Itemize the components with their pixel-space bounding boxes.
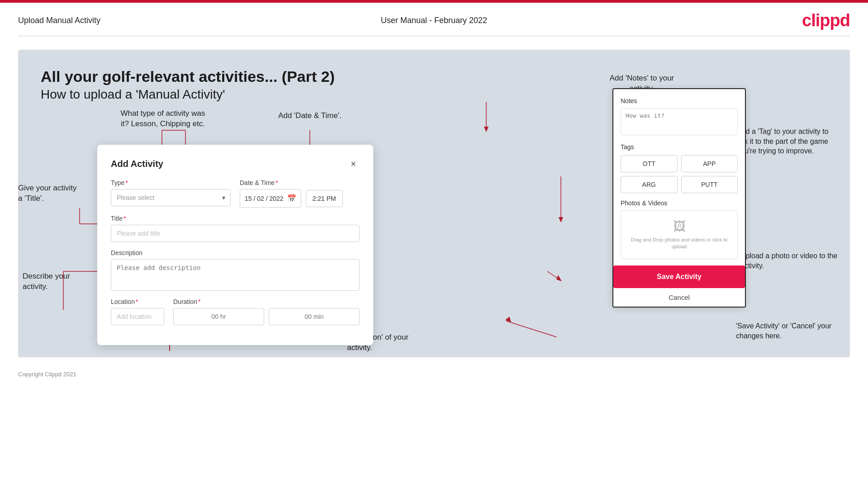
title-group: Title* xyxy=(111,215,360,242)
duration-inputs xyxy=(173,308,360,325)
svg-line-26 xyxy=(507,321,556,337)
save-activity-button[interactable]: Save Activity xyxy=(613,265,745,288)
user-manual-label: User Manual - February 2022 xyxy=(381,16,487,25)
tag-putt[interactable]: PUTT xyxy=(681,176,738,193)
svg-line-24 xyxy=(547,271,561,280)
callout-save: 'Save Activity' or 'Cancel' your changes… xyxy=(736,321,844,341)
photo-upload-area[interactable]: 🖼 Drag and Drop photos and videos or cli… xyxy=(621,210,738,259)
tag-app[interactable]: APP xyxy=(681,155,738,172)
location-duration-row: Location* Duration* xyxy=(111,298,360,325)
page-title: All your golf-relevant activities... (Pa… xyxy=(41,68,827,85)
photos-section-label: Photos & Videos xyxy=(621,199,738,207)
copyright-text: Copyright Clippd 2021 xyxy=(18,371,76,378)
date-input[interactable]: 15 / 02 / 2022 📅 xyxy=(240,189,301,208)
duration-hr-input[interactable] xyxy=(173,308,264,325)
title-label: Title* xyxy=(111,215,360,222)
date-value: 15 / 02 / 2022 xyxy=(245,195,284,202)
svg-marker-23 xyxy=(559,217,563,223)
header-divider xyxy=(18,36,850,36)
location-group: Location* xyxy=(111,298,164,325)
photo-upload-text: Drag and Drop photos and videos or click… xyxy=(629,237,729,251)
svg-marker-21 xyxy=(484,127,489,132)
phone-panel: Notes Tags OTT APP ARG PUTT Photos & Vid… xyxy=(612,88,746,308)
type-group: Type* Please select ▾ xyxy=(111,179,231,208)
main-content: All your golf-relevant activities... (Pa… xyxy=(18,50,850,357)
svg-marker-27 xyxy=(505,317,511,322)
type-select-wrapper[interactable]: Please select ▾ xyxy=(111,189,231,206)
header: Upload Manual Activity User Manual - Feb… xyxy=(0,3,868,36)
modal-title: Add Activity xyxy=(111,159,163,169)
calendar-icon: 📅 xyxy=(287,194,296,203)
callout-title: Give your activity a 'Title'. xyxy=(18,183,77,204)
description-input[interactable] xyxy=(111,259,360,291)
notes-input[interactable] xyxy=(621,108,738,135)
upload-manual-activity-label: Upload Manual Activity xyxy=(18,16,100,25)
add-activity-modal: Add Activity × Type* Please select ▾ Dat… xyxy=(97,145,373,345)
photo-upload-icon: 🖼 xyxy=(629,219,729,234)
tags-section-label: Tags xyxy=(621,143,738,151)
description-group: Description xyxy=(111,249,360,291)
duration-min-input[interactable] xyxy=(269,308,360,325)
modal-close-button[interactable]: × xyxy=(347,157,360,170)
duration-label: Duration* xyxy=(173,298,360,305)
location-label: Location* xyxy=(111,298,164,305)
tag-ott[interactable]: OTT xyxy=(621,155,678,172)
callout-tags: Add a 'Tag' to your activity to link it … xyxy=(737,127,841,156)
tag-arg[interactable]: ARG xyxy=(621,176,678,193)
phone-inner: Notes Tags OTT APP ARG PUTT Photos & Vid… xyxy=(613,89,745,259)
callout-datetime: Add 'Date & Time'. xyxy=(269,111,351,121)
callout-photo: Upload a photo or video to the activity. xyxy=(740,251,840,270)
title-input[interactable] xyxy=(111,225,360,242)
svg-marker-25 xyxy=(556,275,562,281)
cancel-link[interactable]: Cancel xyxy=(613,288,745,307)
modal-header: Add Activity × xyxy=(111,157,360,170)
datetime-group: Date & Time* 15 / 02 / 2022 📅 2:21 PM xyxy=(240,179,360,208)
callout-description: Describe your activity. xyxy=(23,271,81,292)
type-select[interactable]: Please select xyxy=(111,189,231,206)
logo: clippd xyxy=(802,11,850,30)
datetime-label: Date & Time* xyxy=(240,179,360,186)
type-datetime-row: Type* Please select ▾ Date & Time* 15 / … xyxy=(111,179,360,208)
description-label: Description xyxy=(111,249,360,256)
footer: Copyright Clippd 2021 xyxy=(0,366,868,382)
type-label: Type* xyxy=(111,179,231,186)
time-input[interactable]: 2:21 PM xyxy=(306,190,343,207)
datetime-inputs: 15 / 02 / 2022 📅 2:21 PM xyxy=(240,189,360,208)
notes-section-label: Notes xyxy=(621,97,738,104)
location-input[interactable] xyxy=(111,308,164,325)
tags-grid: OTT APP ARG PUTT xyxy=(621,155,738,193)
callout-type: What type of activity was it? Lesson, Ch… xyxy=(118,109,208,129)
duration-group: Duration* xyxy=(173,298,360,325)
